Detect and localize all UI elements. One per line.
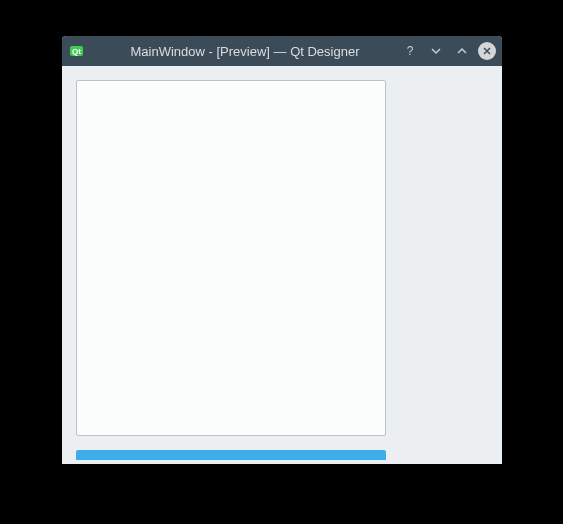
titlebar-controls: ? xyxy=(400,41,496,61)
close-button[interactable] xyxy=(478,42,496,60)
push-button[interactable] xyxy=(76,450,386,460)
window-title: MainWindow - [Preview] — Qt Designer xyxy=(94,44,396,59)
chevron-up-icon xyxy=(455,44,469,58)
qt-app-icon: Qt xyxy=(68,42,86,60)
minimize-button[interactable] xyxy=(426,41,446,61)
chevron-down-icon xyxy=(429,44,443,58)
close-icon xyxy=(482,46,492,56)
text-edit-widget[interactable] xyxy=(76,80,386,436)
help-button[interactable]: ? xyxy=(400,41,420,61)
titlebar[interactable]: Qt MainWindow - [Preview] — Qt Designer … xyxy=(62,36,502,66)
svg-text:Qt: Qt xyxy=(72,47,81,56)
maximize-button[interactable] xyxy=(452,41,472,61)
main-window: Qt MainWindow - [Preview] — Qt Designer … xyxy=(62,36,502,464)
svg-text:?: ? xyxy=(407,44,414,58)
content-area xyxy=(62,66,502,464)
